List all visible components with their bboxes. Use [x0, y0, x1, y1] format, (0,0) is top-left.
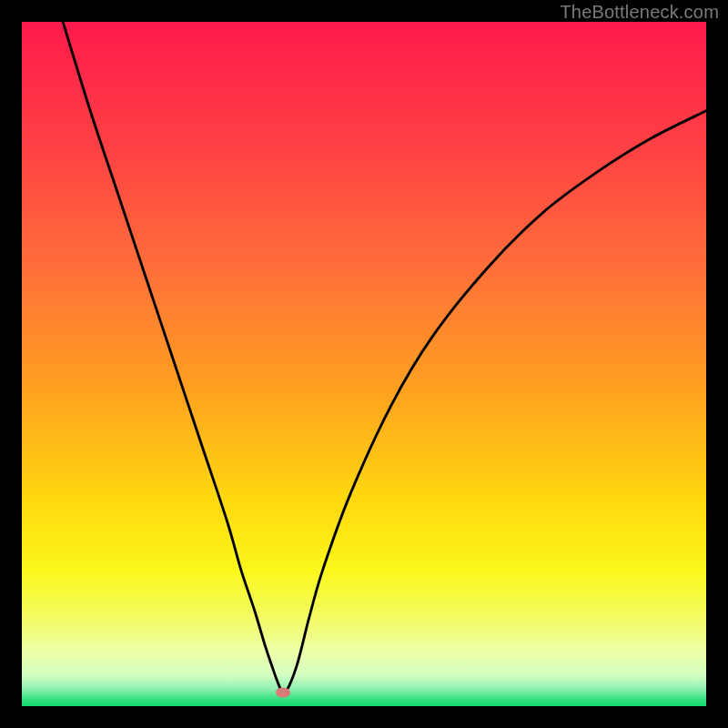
plot-area [22, 22, 706, 706]
optimal-point-marker [276, 687, 290, 697]
watermark-text: TheBottleneck.com [560, 2, 719, 23]
chart-frame: TheBottleneck.com [0, 0, 728, 728]
bottleneck-curve [22, 22, 706, 706]
